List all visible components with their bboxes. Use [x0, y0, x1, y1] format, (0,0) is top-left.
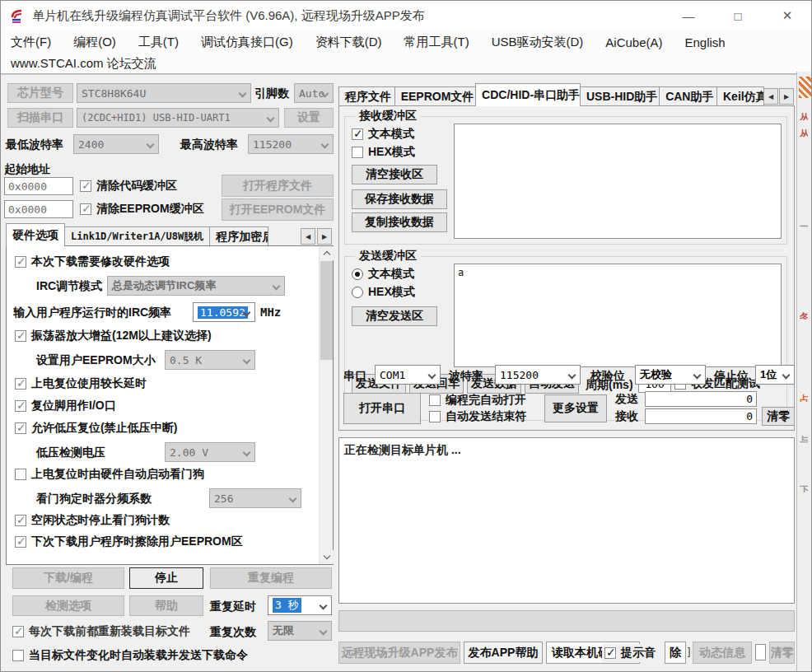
menu-aicube[interactable]: AiCube(A) [605, 35, 662, 49]
pin-count-combo[interactable]: Auto [294, 83, 334, 103]
scan-port-button[interactable]: 扫描串口 [7, 108, 73, 128]
menu-tools[interactable]: 工具(T) [138, 35, 179, 50]
more-settings-button[interactable]: 更多设置 [544, 394, 607, 422]
copy-receive-button[interactable]: 复制接收数据 [352, 212, 447, 232]
reset-io-checkbox[interactable]: 复位脚用作I/O口 [15, 397, 116, 415]
auto-open-checkbox[interactable]: 编程完自动打开 [429, 393, 526, 408]
tab-keil-sim[interactable]: Keil仿真 [716, 86, 764, 106]
com-port-combo[interactable]: COM1 [375, 365, 441, 385]
open-eeprom-file-button[interactable]: 打开EEPROM文件 [222, 198, 334, 221]
remote-upgrade-publish-button[interactable]: 远程现场升级APP发布 [338, 642, 460, 664]
tab-program-encrypt[interactable]: 程序加密后 [209, 226, 268, 246]
por-delay-checkbox[interactable]: 上电复位使用较长延时 [15, 375, 147, 393]
irc-freq-label: 输入用户程序运行时的IRC频率 [13, 302, 171, 322]
check-options-button[interactable]: 检测选项 [12, 595, 124, 616]
menu-program[interactable]: 编程(O) [73, 35, 116, 50]
tab-scroll-left-icon[interactable]: ◀ [301, 228, 315, 245]
scrollbar-thumb[interactable] [320, 261, 333, 360]
tab-scroll-right-icon[interactable]: ▶ [317, 228, 332, 245]
tab-eeprom-file[interactable]: EEPROM文件 [394, 86, 476, 106]
baud-rate-combo[interactable]: 115200 [495, 365, 581, 385]
irc-freq-combo[interactable]: 11.0592 [193, 302, 255, 322]
auto-end-checkbox[interactable]: 自动发送结束符 [429, 409, 526, 424]
auto-end-label: 自动发送结束符 [446, 409, 526, 424]
send-text-mode-radio[interactable]: 文本模式 [352, 265, 414, 283]
lvd-combo[interactable]: 2.00 V [165, 442, 255, 462]
chevron-down-icon [320, 628, 328, 636]
clear-receive-button[interactable]: 清空接收区 [352, 165, 437, 184]
options-scrollbar[interactable] [319, 246, 333, 564]
tab-can[interactable]: CAN助手 [659, 86, 717, 106]
send-buffer-textarea[interactable]: a [454, 264, 782, 367]
tab-cdc-hid-serial[interactable]: CDC/HID-串口助手 [475, 83, 581, 106]
scroll-up-icon[interactable] [320, 246, 334, 260]
lvr-checkbox[interactable]: 允许低压复位(禁止低压中断) [15, 419, 177, 437]
tab-scroll-right-icon[interactable]: ▶ [779, 88, 794, 105]
clear-send-button[interactable]: 清空发送区 [352, 306, 437, 326]
tip-sound-label: 提示音 [621, 646, 656, 660]
repeat-delay-value: 3 秒 [273, 598, 301, 613]
erase-eeprom-checkbox[interactable]: 下次下载用户程序时擦除用户EEPROM区 [15, 533, 243, 551]
parity-combo[interactable]: 无校验 [635, 365, 706, 385]
clear-code-buffer-checkbox[interactable]: 清除代码缓冲区 [80, 177, 177, 195]
irc-mode-combo[interactable]: 总是动态调节IRC频率 [107, 276, 285, 296]
settings-button[interactable]: 设置 [284, 108, 334, 128]
open-serial-button[interactable]: 打开串口 [343, 393, 421, 424]
osc-gain-checkbox[interactable]: 振荡器放大增益(12M以上建议选择) [15, 327, 212, 345]
menu-forum-link[interactable]: www.STCAI.com 论坛交流 [11, 56, 156, 72]
receive-buffer-textarea[interactable] [454, 124, 782, 239]
menu-common-tools[interactable]: 常用工具(T) [404, 35, 469, 50]
wdt-auto-checkbox[interactable]: 上电复位时由硬件自动启动看门狗 [15, 465, 204, 483]
serial-port-combo[interactable]: (2CDC+HID1) USB-HID-UART1 [77, 108, 279, 128]
menu-english[interactable]: English [685, 35, 726, 49]
eeprom-size-label: 设置用户EEPROM大小 [36, 350, 156, 370]
tip-sound-checkbox[interactable]: 提示音 [602, 644, 658, 662]
scroll-down-icon[interactable] [320, 550, 334, 564]
save-receive-button[interactable]: 保存接收数据 [352, 189, 447, 209]
footer-clear-button[interactable]: 清零 [769, 642, 795, 664]
chip-model-combo[interactable]: STC8H8K64U [77, 83, 251, 103]
minimize-button[interactable]: — [674, 4, 702, 27]
auto-load-checkbox[interactable]: 当目标文件变化时自动装载并发送下载命令 [12, 646, 248, 665]
menu-downloads[interactable]: 资料下载(D) [315, 35, 382, 50]
open-program-file-button[interactable]: 打开程序文件 [222, 175, 334, 197]
baud-rate-value: 115200 [500, 369, 539, 381]
wdt-div-combo[interactable]: 256 [209, 488, 301, 508]
menu-usb-driver[interactable]: USB驱动安装(D) [492, 35, 584, 50]
help-button[interactable]: 帮助 [129, 595, 203, 616]
partial-hidden-button[interactable]: 除 [665, 642, 686, 664]
maximize-button[interactable]: □ [724, 4, 752, 27]
close-button[interactable]: ✕ [773, 4, 801, 27]
stop-button[interactable]: 停止 [129, 567, 203, 589]
max-baud-combo[interactable]: 115200 [248, 134, 334, 154]
menu-debug-interface[interactable]: 调试仿真接口(G) [201, 35, 293, 50]
wdt-idle-checkbox[interactable]: 空闲状态时停止看门狗计数 [15, 511, 170, 530]
dynamic-info-button[interactable]: 动态信息 [693, 642, 752, 664]
publish-app-help-button[interactable]: 发布APP帮助 [464, 642, 543, 664]
tab-usb-hid[interactable]: USB-HID助手 [580, 86, 660, 106]
receive-text-mode-checkbox[interactable]: 文本模式 [352, 125, 414, 143]
tab-hardware-options[interactable]: 硬件选项 [6, 223, 65, 246]
checkbox-icon [429, 394, 441, 406]
eeprom-start-address-input[interactable]: 0x0000 [4, 200, 73, 218]
eeprom-size-combo[interactable]: 0.5 K [165, 350, 255, 370]
repeat-delay-combo[interactable]: 3 秒 [268, 595, 332, 615]
clear-counters-button[interactable]: 清零 [762, 407, 795, 426]
min-baud-combo[interactable]: 2400 [73, 134, 159, 154]
repeat-program-button[interactable]: 重复编程 [210, 567, 332, 589]
checkbox-icon [15, 469, 26, 480]
repeat-count-combo[interactable]: 无限 [268, 621, 332, 641]
tab-scroll-left-icon[interactable]: ◀ [763, 88, 778, 105]
send-hex-mode-radio[interactable]: HEX模式 [352, 283, 415, 301]
receive-hex-mode-checkbox[interactable]: HEX模式 [352, 143, 415, 161]
tab-program-file[interactable]: 程序文件 [338, 86, 395, 106]
modify-hw-options-checkbox[interactable]: 本次下载需要修改硬件选项 [15, 253, 170, 271]
code-start-address-input[interactable]: 0x0000 [4, 177, 73, 195]
download-program-button[interactable]: 下载/编程 [12, 567, 124, 589]
tab-link1d-writer[interactable]: Link1D/Writer1A/U8W脱机 [64, 226, 210, 246]
reload-target-checkbox[interactable]: 每次下载前都重新装载目标文件 [12, 623, 190, 641]
chip-model-button[interactable]: 芯片型号 [7, 83, 73, 103]
clear-eeprom-buffer-checkbox[interactable]: 清除EEPROM缓冲区 [80, 200, 204, 218]
menu-file[interactable]: 文件(F) [11, 35, 51, 50]
stop-bits-combo[interactable]: 1位 [755, 365, 795, 385]
